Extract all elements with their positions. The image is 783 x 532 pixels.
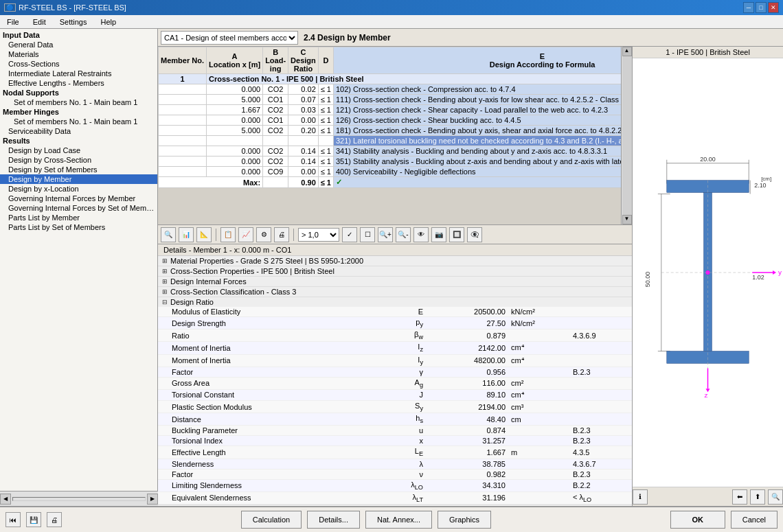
menu-help[interactable]: Help	[96, 16, 120, 27]
sidebar-item-design-member[interactable]: Design by Member	[0, 174, 157, 184]
dr-ref-3	[570, 342, 632, 354]
sidebar-item-lateral-restraints[interactable]: Intermediate Lateral Restraints	[0, 69, 157, 78]
dr-ref-13: 4.3.6.7	[570, 459, 632, 469]
toolbar-btn-chart[interactable]: 📊	[179, 227, 194, 242]
scroll-down-btn[interactable]: ▼	[622, 215, 632, 224]
sidebar-item-design-set-members[interactable]: Design by Set of Members	[0, 165, 157, 174]
ok-button[interactable]: OK	[670, 511, 725, 529]
sidebar-item-effective-lengths[interactable]: Effective Lengths - Members	[0, 78, 157, 88]
scroll-up-btn[interactable]: ▲	[622, 47, 632, 56]
title-bar-controls: ─ □ ✕	[743, 2, 779, 13]
sidebar-item-serviceability[interactable]: Serviceability Data	[0, 126, 157, 136]
close-button[interactable]: ✕	[768, 2, 779, 13]
table-row[interactable]: 0.000 CO2 0.02 ≤ 1 102) Cross-section ch…	[159, 84, 633, 95]
dr-unit-4: cm⁴	[508, 354, 570, 367]
cancel-button[interactable]: Cancel	[731, 511, 778, 529]
cell-location: 0.000	[206, 157, 262, 167]
toolbar-btn-zoom-out[interactable]: 🔍-	[396, 227, 411, 242]
drawing-btn-zoom[interactable]: 🔍	[768, 489, 783, 505]
dr-value-3: 2142.00	[426, 342, 508, 354]
table-row[interactable]: 0.000 CO1 0.00 ≤ 1 126) Cross-section ch…	[159, 115, 633, 126]
bottom-icon-1[interactable]: ⏮	[5, 512, 21, 527]
details-section-classification-header[interactable]: ⊞ Cross-Section Classification - Class 3	[158, 287, 632, 297]
details-section-material-header[interactable]: ⊞ Material Properties - Grade S 275 Stee…	[158, 256, 632, 266]
sidebar-item-input-data[interactable]: Input Data	[0, 30, 157, 40]
minimize-button[interactable]: ─	[743, 2, 754, 13]
details-section-cross-section-header[interactable]: ⊞ Cross-Section Properties - IPE 500 | B…	[158, 266, 632, 276]
sidebar-item-materials[interactable]: Materials	[0, 49, 157, 59]
sidebar-item-gov-forces-set[interactable]: Governing Internal Forces by Set of Memb…	[0, 203, 157, 213]
dr-symbol-9: hs	[364, 413, 426, 426]
graphics-button[interactable]: Graphics	[438, 511, 491, 529]
table-row[interactable]: 5.000 CO1 0.07 ≤ 1 111) Cross-section ch…	[159, 95, 633, 105]
toolbar-btn-eye3[interactable]: 👁‍🗨	[467, 227, 482, 242]
sidebar-item-parts-list-member[interactable]: Parts List by Member	[0, 213, 157, 222]
sidebar-item-design-load-case[interactable]: Design by Load Case	[0, 146, 157, 155]
svg-text:y: y	[778, 268, 782, 276]
sidebar-item-design-x-location[interactable]: Design by x-Location	[0, 184, 157, 194]
sidebar-item-nodal-supports[interactable]: Nodal Supports	[0, 88, 157, 97]
dr-ref-8	[570, 400, 632, 413]
filter-dropdown[interactable]: > 1,0	[298, 228, 339, 242]
dr-name-9: Distance	[158, 413, 364, 426]
table-row-highlight[interactable]: 5.000 CO2 0.20 ≤ 1 181) Cross-section ch…	[159, 126, 633, 136]
module-dropdown[interactable]: CA1 - Design of steel members according …	[161, 31, 298, 45]
toolbar-btn-print[interactable]: 🖨	[274, 227, 289, 242]
menu-file[interactable]: File	[3, 16, 23, 27]
info-btn[interactable]: ℹ	[633, 489, 648, 505]
table-max-row: Max: 0.90 ≤ 1 ✓	[159, 177, 633, 188]
sidebar-item-member-hinges[interactable]: Member Hinges	[0, 107, 157, 117]
toolbar-btn-measure[interactable]: 📐	[196, 227, 212, 242]
toolbar-btn-settings[interactable]: ⚙	[256, 227, 271, 242]
toolbar-btn-zoom-in[interactable]: 🔍+	[378, 227, 393, 242]
dr-symbol-11: x	[364, 436, 426, 446]
menu-bar: File Edit Settings Help	[0, 15, 783, 29]
sidebar-item-cross-sections[interactable]: Cross-Sections	[0, 59, 157, 69]
sidebar-item-general-data[interactable]: General Data	[0, 40, 157, 49]
toolbar-btn-search[interactable]: 🔍	[161, 227, 176, 242]
details-section-design-ratio-header[interactable]: ⊟ Design Ratio	[158, 297, 632, 307]
table-row[interactable]: 0.000 CO2 0.14 ≤ 1 351) Stability analys…	[159, 157, 633, 167]
toolbar-btn-check2[interactable]: ☐	[360, 227, 375, 242]
drawing-btn-left[interactable]: ⬅	[732, 489, 747, 505]
nat-annex-button[interactable]: Nat. Annex...	[365, 511, 432, 529]
nav-scroll-left[interactable]: ◀	[0, 494, 11, 505]
content-area: CA1 - Design of steel members according …	[158, 29, 783, 506]
dr-symbol-13: λ	[364, 459, 426, 469]
sidebar-item-gov-forces-member[interactable]: Governing Internal Forces by Member	[0, 194, 157, 203]
calculation-button[interactable]: Calculation	[241, 511, 302, 529]
maximize-button[interactable]: □	[756, 2, 767, 13]
table-row[interactable]: 0.000 CO9 0.00 ≤ 1 400) Serviceability -…	[159, 167, 633, 177]
details-section-design-forces-header[interactable]: ⊞ Design Internal Forces	[158, 277, 632, 286]
table-row[interactable]: 0.000 CO2 0.14 ≤ 1 341) Stability analys…	[159, 146, 633, 157]
cell-location: 5.000	[206, 126, 262, 136]
toolbar-btn-copy[interactable]: 📋	[220, 227, 236, 242]
details-button[interactable]: Details...	[307, 511, 360, 529]
toolbar-btn-eye2[interactable]: 📷	[431, 227, 446, 242]
table-scrollbar[interactable]: ▲ ▼	[621, 47, 632, 224]
sidebar-item-nodal-set1[interactable]: Set of members No. 1 - Main beam 1	[0, 97, 157, 107]
sidebar-item-results[interactable]: Results	[0, 136, 157, 146]
table-row[interactable]: 1.667 CO2 0.03 ≤ 1 121) Cross-section ch…	[159, 105, 633, 115]
cell-loading: CO1	[263, 115, 288, 126]
bottom-icon-3[interactable]: 🖨	[47, 512, 62, 527]
bottom-icon-2[interactable]: 💾	[26, 512, 41, 527]
dr-row-1: Design Strength py 27.50 kN/cm²	[158, 317, 632, 329]
toolbar-btn-graph[interactable]: 📈	[238, 227, 253, 242]
sidebar-item-hinges-set1[interactable]: Set of members No. 1 - Main beam 1	[0, 117, 157, 126]
menu-settings[interactable]: Settings	[56, 16, 91, 27]
nav-scroll-right[interactable]: ▶	[147, 494, 158, 505]
toolbar-btn-check1[interactable]: ✓	[342, 227, 357, 242]
toolbar-btn-view[interactable]: 👁	[413, 227, 429, 242]
cell-lte: ≤ 1	[318, 84, 333, 95]
sidebar-item-design-cross-section[interactable]: Design by Cross-Section	[0, 155, 157, 165]
toolbar-btn-mode[interactable]: 🔲	[449, 227, 464, 242]
drawing-btn-up[interactable]: ⬆	[750, 489, 765, 505]
dr-name-12: Effective Length	[158, 446, 364, 459]
menu-edit[interactable]: Edit	[29, 16, 50, 27]
dr-symbol-5: γ	[364, 367, 426, 377]
cell-location: 5.000	[206, 95, 262, 105]
cell-lte: ≤ 1	[318, 126, 333, 136]
table-row-selected[interactable]: 0.000 CO1 0.00 ≤ 1 321) Lateral torsiona…	[159, 136, 633, 146]
sidebar-item-parts-list-set[interactable]: Parts List by Set of Members	[0, 222, 157, 232]
